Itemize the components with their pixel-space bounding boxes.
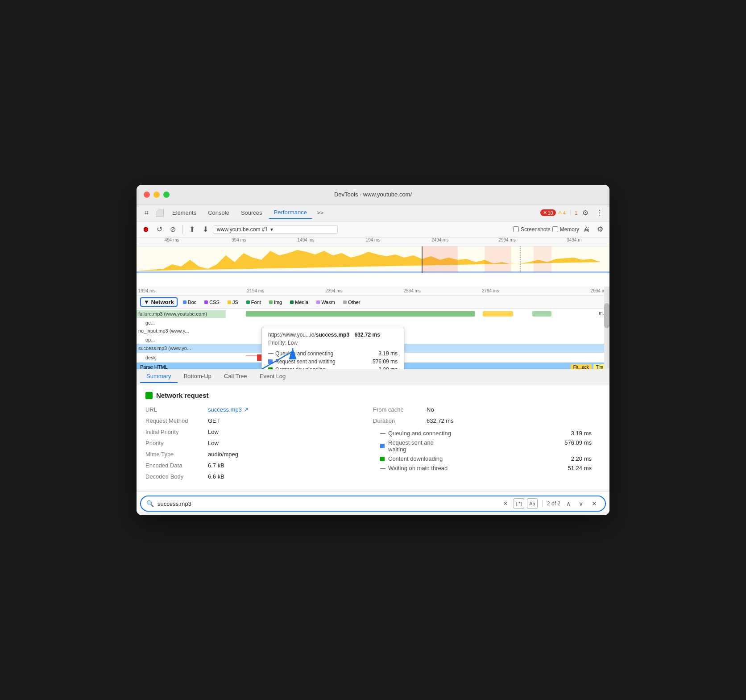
reload-button[interactable]: ↺ [153, 224, 165, 235]
timing-dash-3 [380, 468, 385, 469]
filter-css[interactable]: CSS [202, 299, 222, 305]
tab-more[interactable]: >> [313, 208, 327, 218]
timing-blue-1 [380, 444, 385, 448]
timing-request: Request sent andwaiting 576.09 ms [373, 438, 592, 454]
media-dot [290, 300, 294, 304]
clear-button[interactable]: ⊘ [167, 224, 178, 235]
net-row-label-5: desk [137, 354, 226, 362]
network-label[interactable]: ▼ Network [140, 297, 178, 307]
cpu-svg [137, 246, 609, 273]
other-dot [343, 300, 347, 304]
js-dot [228, 300, 231, 304]
ruler-tick-4: 2494 ms [406, 238, 473, 246]
tab-sources[interactable]: Sources [236, 207, 268, 219]
tab-elements[interactable]: Elements [167, 207, 202, 219]
match-case-button[interactable]: Aa [527, 498, 538, 509]
summary-panel: Network request URL success.mp3 ↗ Reques… [137, 384, 609, 492]
cpu-chart[interactable]: CPU NET [137, 246, 609, 273]
detail-tick-5: 2994 ms [530, 288, 608, 293]
btab-bottom-up[interactable]: Bottom-Up [178, 370, 218, 383]
bottom-tabs: Summary Bottom-Up Call Tree Event Log [137, 369, 609, 384]
url-text: www.youtube.com #1 [217, 226, 268, 233]
filter-wasm[interactable]: Wasm [314, 299, 338, 305]
url-dropdown-icon[interactable]: ▾ [270, 226, 273, 233]
url-selector[interactable]: www.youtube.com #1 ▾ [213, 225, 338, 234]
detail-tick-2: 2394 ms [295, 288, 373, 293]
filter-doc[interactable]: Doc [180, 299, 199, 305]
maximize-button[interactable] [163, 192, 170, 198]
svg-rect-2 [422, 246, 458, 272]
regex-button[interactable]: (.*) [514, 498, 524, 509]
fire-labels: Fir...ack Tim [571, 364, 606, 370]
ruler-tick-6: 3494 m [541, 238, 608, 246]
filter-js[interactable]: JS [225, 299, 241, 305]
scrollbar-thumb[interactable] [604, 303, 609, 328]
device-icon[interactable]: ⬜ [153, 207, 166, 219]
memory-checkbox[interactable]: Memory [552, 226, 579, 233]
prop-initial-priority: Initial Priority Low [145, 429, 364, 435]
clear-search-button[interactable]: ✕ [500, 498, 511, 509]
screenshots-checkbox[interactable]: Screenshots [513, 226, 551, 233]
filter-img[interactable]: Img [266, 299, 285, 305]
error-badge: ✕ 10 [540, 209, 556, 216]
popup-timing-0: Queuing and connecting 3.19 ms [268, 350, 398, 358]
toolbar-right: Screenshots Memory 🖨 ⚙ [513, 224, 606, 235]
prop-from-cache: From cache No [373, 406, 592, 413]
close-button[interactable] [144, 192, 150, 198]
titlebar-buttons [144, 192, 170, 198]
img-dot [269, 300, 273, 304]
btab-event-log[interactable]: Event Log [253, 370, 292, 383]
blue-dot-1 [268, 359, 273, 364]
scrollbar[interactable] [604, 287, 609, 369]
tab-console[interactable]: Console [203, 207, 235, 219]
url-link[interactable]: success.mp3 ↗ [208, 406, 249, 413]
summary-right: From cache No Duration 632.72 ms Queuing… [373, 406, 601, 484]
net-row-label-3: op... [137, 336, 226, 344]
detail-tick-4: 2794 ms [451, 288, 529, 293]
prop-priority: Priority Low [145, 440, 364, 446]
devtools-body: ⌗ ⬜ Elements Console Sources Performance… [137, 204, 609, 512]
toolbar-settings-icon[interactable]: 🖨 [581, 224, 593, 235]
dash-icon-0 [268, 353, 274, 354]
summary-title: Network request [145, 392, 601, 399]
upload-button[interactable]: ⬆ [186, 224, 198, 235]
net-row-label-4: success.mp3 (www.yo... [137, 344, 226, 353]
filter-media[interactable]: Media [287, 299, 311, 305]
tab-bar: ⌗ ⬜ Elements Console Sources Performance… [137, 204, 609, 221]
btab-summary[interactable]: Summary [140, 370, 178, 383]
fire-ack-label: Fir...ack [571, 364, 592, 370]
net-row-0[interactable]: failure.mp3 (www.youtube.com) m... [137, 310, 609, 318]
filter-font[interactable]: Font [244, 299, 264, 305]
settings-icon[interactable]: ⚙ [579, 207, 592, 219]
detail-tick-3: 2594 ms [373, 288, 451, 293]
search-prev-button[interactable]: ∧ [563, 498, 574, 509]
search-input[interactable] [157, 500, 497, 507]
prop-decoded: Decoded Body 6.6 kB [145, 473, 364, 480]
net-row-bar-0: m... [227, 311, 609, 317]
popup-url: https://www.you...io/success.mp3 632.72 … [268, 332, 398, 338]
filter-other[interactable]: Other [340, 299, 363, 305]
minimize-button[interactable] [153, 192, 160, 198]
ruler-tick-5: 2994 ms [473, 238, 540, 246]
detail-tick-0: 1994 ms [138, 288, 216, 293]
cursor-icon[interactable]: ⌗ [140, 207, 153, 219]
toolbar-separator [182, 225, 182, 234]
search-container: 🔍 ✕ (.*) Aa 2 of 2 ∧ ∨ ✕ [137, 492, 609, 512]
net-row-1[interactable]: ge... [137, 319, 609, 327]
more-menu-icon[interactable]: ⋮ [593, 207, 606, 219]
prop-mime: Mime Type audio/mpeg [145, 451, 364, 458]
warning-badge: ⚠ 4 [558, 210, 566, 216]
tab-performance[interactable]: Performance [269, 206, 312, 219]
popup-priority: Priority: Low [268, 340, 398, 346]
search-count: 2 of 2 [547, 500, 560, 507]
download-button[interactable]: ⬇ [199, 224, 211, 235]
capture-settings-icon[interactable]: ⚙ [594, 224, 606, 235]
ruler-tick-1: 994 ms [205, 238, 272, 246]
css-dot [204, 300, 208, 304]
search-close-button[interactable]: ✕ [589, 498, 600, 509]
record-button[interactable]: ⏺ [140, 224, 152, 235]
svg-rect-4 [534, 246, 551, 272]
summary-dot [145, 392, 153, 399]
search-next-button[interactable]: ∨ [576, 498, 586, 509]
btab-call-tree[interactable]: Call Tree [218, 370, 253, 383]
